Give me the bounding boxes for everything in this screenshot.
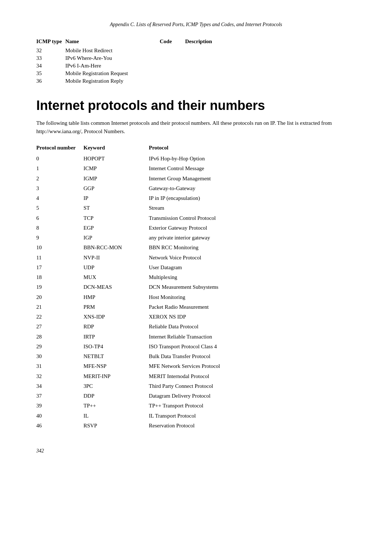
- icmp-name-cell: IPv6 Where-Are-You: [65, 54, 160, 62]
- proto-kw-cell: PRM: [83, 302, 149, 312]
- proto-num-cell: 31: [36, 361, 83, 371]
- icmp-type-cell: 35: [36, 70, 65, 77]
- proto-kw-cell: ICMP: [83, 164, 149, 173]
- proto-proto-cell: MERIT Internodal Protocol: [149, 372, 356, 381]
- proto-kw-cell: TP++: [83, 401, 149, 411]
- proto-kw-cell: XNS-IDP: [83, 312, 149, 322]
- proto-proto-cell: Reservation Protocol: [149, 421, 356, 431]
- proto-num-cell: 37: [36, 391, 83, 401]
- protocol-table-row: 30 NETBLT Bulk Data Transfer Protocol: [36, 352, 356, 361]
- proto-proto-cell: Third Party Connect Protocol: [149, 381, 356, 391]
- proto-num-cell: 19: [36, 282, 83, 292]
- proto-num-cell: 18: [36, 272, 83, 282]
- protocol-table-row: 29 ISO-TP4 ISO Transport Protocol Class …: [36, 342, 356, 352]
- proto-kw-cell: HOPOPT: [83, 154, 149, 164]
- icmp-table-row: 32 Mobile Host Redirect: [36, 47, 356, 54]
- proto-col-kw: Keyword: [83, 144, 149, 154]
- proto-num-cell: 28: [36, 332, 83, 342]
- icmp-code-cell: [160, 77, 185, 85]
- proto-kw-cell: 3PC: [83, 381, 149, 391]
- proto-col-num: Protocol number: [36, 144, 83, 154]
- proto-num-cell: 21: [36, 302, 83, 312]
- icmp-code-cell: [160, 54, 185, 62]
- proto-num-cell: 6: [36, 213, 83, 223]
- proto-num-cell: 22: [36, 312, 83, 322]
- proto-kw-cell: UDP: [83, 263, 149, 272]
- protocol-table-row: 27 RDP Reliable Data Protocol: [36, 322, 356, 332]
- proto-kw-cell: EGP: [83, 223, 149, 233]
- proto-num-cell: 34: [36, 381, 83, 391]
- proto-kw-cell: RDP: [83, 322, 149, 332]
- protocol-table-row: 11 NVP-II Network Voice Protocol: [36, 253, 356, 263]
- icmp-col-name: Name: [65, 38, 160, 47]
- proto-num-cell: 17: [36, 263, 83, 272]
- proto-proto-cell: Internet Control Message: [149, 164, 356, 173]
- proto-proto-cell: Multiplexing: [149, 272, 356, 282]
- protocol-table-row: 40 IL IL Transport Protocol: [36, 411, 356, 421]
- icmp-code-cell: [160, 62, 185, 70]
- icmp-desc-cell: [185, 54, 356, 62]
- proto-proto-cell: IP in IP (encapsulation): [149, 193, 356, 203]
- icmp-type-cell: 36: [36, 77, 65, 85]
- proto-proto-cell: Bulk Data Transfer Protocol: [149, 352, 356, 361]
- proto-kw-cell: IGP: [83, 233, 149, 243]
- proto-col-proto: Protocol: [149, 144, 356, 154]
- proto-proto-cell: Reliable Data Protocol: [149, 322, 356, 332]
- proto-num-cell: 39: [36, 401, 83, 411]
- icmp-name-cell: Mobile Registration Request: [65, 70, 160, 77]
- protocol-table-row: 39 TP++ TP++ Transport Protocol: [36, 401, 356, 411]
- proto-kw-cell: IGMP: [83, 174, 149, 184]
- protocol-table-row: 8 EGP Exterior Gateway Protocol: [36, 223, 356, 233]
- protocol-table-row: 37 DDP Datagram Delivery Protocol: [36, 391, 356, 401]
- protocol-table-row: 3 GGP Gateway-to-Gateway: [36, 184, 356, 193]
- proto-kw-cell: NETBLT: [83, 352, 149, 361]
- proto-proto-cell: MFE Network Services Protocol: [149, 361, 356, 371]
- protocol-table-row: 2 IGMP Internet Group Management: [36, 174, 356, 184]
- protocol-table-row: 10 BBN-RCC-MON BBN RCC Monitoring: [36, 243, 356, 253]
- proto-kw-cell: DCN-MEAS: [83, 282, 149, 292]
- proto-proto-cell: any private interior gateway: [149, 233, 356, 243]
- proto-proto-cell: User Datagram: [149, 263, 356, 272]
- proto-proto-cell: Packet Radio Measurement: [149, 302, 356, 312]
- proto-num-cell: 32: [36, 372, 83, 381]
- protocol-table-row: 1 ICMP Internet Control Message: [36, 164, 356, 173]
- proto-num-cell: 46: [36, 421, 83, 431]
- proto-kw-cell: TCP: [83, 213, 149, 223]
- icmp-col-type: ICMP type: [36, 38, 65, 47]
- proto-num-cell: 1: [36, 164, 83, 173]
- proto-kw-cell: MFE-NSP: [83, 361, 149, 371]
- protocol-table-row: 17 UDP User Datagram: [36, 263, 356, 272]
- proto-proto-cell: Gateway-to-Gateway: [149, 184, 356, 193]
- protocol-table: Protocol number Keyword Protocol 0 HOPOP…: [36, 144, 356, 431]
- page-number: 342: [36, 448, 356, 454]
- protocol-table-row: 18 MUX Multiplexing: [36, 272, 356, 282]
- proto-proto-cell: XEROX NS IDP: [149, 312, 356, 322]
- proto-kw-cell: MERIT-INP: [83, 372, 149, 381]
- proto-proto-cell: Network Voice Protocol: [149, 253, 356, 263]
- proto-num-cell: 0: [36, 154, 83, 164]
- proto-proto-cell: DCN Measurement Subsystems: [149, 282, 356, 292]
- proto-proto-cell: IPv6 Hop-by-Hop Option: [149, 154, 356, 164]
- proto-kw-cell: BBN-RCC-MON: [83, 243, 149, 253]
- proto-kw-cell: HMP: [83, 292, 149, 302]
- proto-num-cell: 8: [36, 223, 83, 233]
- icmp-desc-cell: [185, 77, 356, 85]
- proto-kw-cell: NVP-II: [83, 253, 149, 263]
- proto-kw-cell: GGP: [83, 184, 149, 193]
- proto-num-cell: 10: [36, 243, 83, 253]
- icmp-code-cell: [160, 47, 185, 54]
- proto-kw-cell: ST: [83, 203, 149, 213]
- protocol-table-row: 20 HMP Host Monitoring: [36, 292, 356, 302]
- protocol-table-row: 9 IGP any private interior gateway: [36, 233, 356, 243]
- protocol-table-row: 34 3PC Third Party Connect Protocol: [36, 381, 356, 391]
- page-header: Appendix C. Lists of Reserved Ports, ICM…: [36, 22, 356, 28]
- icmp-type-cell: 33: [36, 54, 65, 62]
- proto-num-cell: 9: [36, 233, 83, 243]
- protocol-table-row: 31 MFE-NSP MFE Network Services Protocol: [36, 361, 356, 371]
- icmp-name-cell: Mobile Registration Reply: [65, 77, 160, 85]
- proto-kw-cell: IRTP: [83, 332, 149, 342]
- proto-num-cell: 2: [36, 174, 83, 184]
- proto-kw-cell: MUX: [83, 272, 149, 282]
- icmp-table-row: 33 IPv6 Where-Are-You: [36, 54, 356, 62]
- icmp-col-code: Code: [160, 38, 185, 47]
